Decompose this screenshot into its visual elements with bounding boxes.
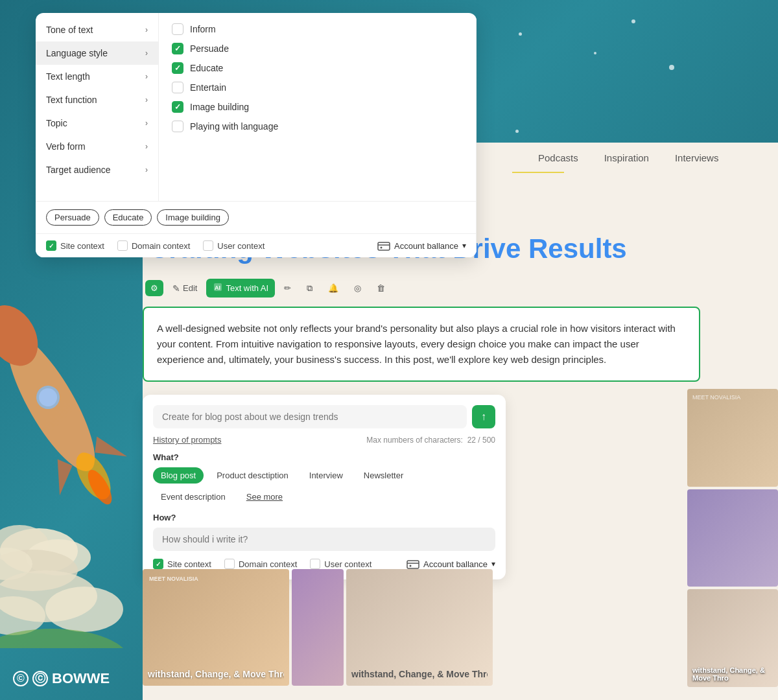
chevron-right-icon: › xyxy=(145,142,148,151)
eye-icon: ◎ xyxy=(354,283,361,293)
option-educate[interactable]: Educate xyxy=(172,62,464,74)
chevron-right-icon: › xyxy=(145,119,148,128)
context-checkbox-site[interactable] xyxy=(46,240,56,251)
what-label: What? xyxy=(153,452,495,462)
dropdown-options-content: Inform Persuade Educate Entertain Image … xyxy=(159,13,477,201)
sidebar-item-text-length[interactable]: Text length › xyxy=(36,65,158,88)
option-playing-with-language[interactable]: Playing with language xyxy=(172,121,464,132)
star-decoration xyxy=(631,19,635,23)
checkbox-playing-with-language[interactable] xyxy=(172,121,183,132)
ai-prompt-input[interactable] xyxy=(153,405,467,428)
trash-button[interactable]: 🗑 xyxy=(370,280,392,296)
ai-context-checkbox-site[interactable] xyxy=(153,559,163,569)
ai-context-checkbox-domain[interactable] xyxy=(224,559,235,569)
svg-point-22 xyxy=(409,565,411,567)
sidebar-item-target-audience[interactable]: Target audience › xyxy=(36,158,158,181)
star-decoration xyxy=(669,65,674,70)
ai-context-user[interactable]: User context xyxy=(310,559,371,569)
text-ai-button[interactable]: AI Text with AI xyxy=(206,279,275,298)
bottom-img-title-1: withstand, Change, & Move Thro xyxy=(148,669,284,679)
copy-icon: ⧉ xyxy=(307,283,312,294)
bottom-image-1: MEET NOVALISIA withstand, Change, & Move… xyxy=(143,569,289,686)
option-inform[interactable]: Inform xyxy=(172,23,464,35)
text-content-box: A well-designed website not only reflect… xyxy=(143,307,700,382)
ai-context-site[interactable]: Site context xyxy=(153,559,211,569)
bottom-img-title-3: withstand, Change, & Move Thro xyxy=(351,669,488,679)
tag-image-building[interactable]: Image building xyxy=(157,209,229,226)
bell-button[interactable]: 🔔 xyxy=(322,280,345,296)
edit-button[interactable]: ✎ Edit xyxy=(166,280,204,297)
option-newsletter[interactable]: Newsletter xyxy=(356,467,411,484)
checkbox-entertain[interactable] xyxy=(172,82,183,93)
chevron-right-icon: › xyxy=(145,165,148,174)
copy-button[interactable]: ⧉ xyxy=(300,280,319,297)
context-domain[interactable]: Domain context xyxy=(117,240,190,251)
page-content: Crafting Websites That Drive Results ⚙ ✎… xyxy=(143,233,700,579)
nav-item-podcasts[interactable]: Podcasts xyxy=(538,152,578,163)
what-options: Blog post Product desctiption Interview … xyxy=(153,467,495,505)
checkbox-persuade[interactable] xyxy=(172,43,183,54)
bowwe-logo: © ⓒ BOWWE xyxy=(13,670,110,687)
send-icon: ↑ xyxy=(481,411,486,423)
star-decoration xyxy=(515,130,519,133)
context-user[interactable]: User context xyxy=(203,240,265,251)
toolbar: ⚙ ✎ Edit AI Text with AI ✏ ⧉ 🔔 ◎ xyxy=(143,275,700,301)
context-checkbox-user[interactable] xyxy=(203,240,213,251)
history-row: History of prompts Max numbers of charac… xyxy=(153,435,495,445)
eye-button[interactable]: ◎ xyxy=(348,280,368,296)
side-image-1: MEET NOVALISIA withstand, Change, & Move… xyxy=(687,389,778,487)
dropdown-panel: Tone of text › Language style › Text len… xyxy=(36,13,477,257)
option-persuade[interactable]: Persuade xyxy=(172,43,464,54)
option-product-desc[interactable]: Product desctiption xyxy=(209,467,296,484)
context-checkbox-domain[interactable] xyxy=(117,240,128,251)
chevron-down-icon: ▾ xyxy=(462,241,466,250)
account-balance-icon xyxy=(377,240,390,251)
how-label: How? xyxy=(153,513,495,522)
svg-text:AI: AI xyxy=(215,285,220,291)
option-image-building[interactable]: Image building xyxy=(172,101,464,113)
option-see-more[interactable]: See more xyxy=(239,489,290,505)
side-image-2: withstand, Change, & Move Thro xyxy=(687,489,778,587)
nav-item-interviews[interactable]: Interviews xyxy=(675,152,719,163)
star-decoration xyxy=(594,52,596,54)
brush-button[interactable]: ✏ xyxy=(277,280,298,296)
ai-send-button[interactable]: ↑ xyxy=(472,405,495,428)
checkbox-inform[interactable] xyxy=(172,23,183,35)
chevron-right-icon: › xyxy=(145,72,148,81)
slide-text-2: withstand, Change, & Move Thro xyxy=(692,666,773,682)
meet-text: MEET NOVALISIA xyxy=(692,394,740,401)
context-site[interactable]: Site context xyxy=(46,240,104,251)
checkbox-educate[interactable] xyxy=(172,62,183,74)
trash-icon: 🗑 xyxy=(377,283,385,293)
ai-context-row: Site context Domain context User context… xyxy=(153,559,495,569)
option-interview[interactable]: Interview xyxy=(301,467,351,484)
how-input[interactable] xyxy=(153,528,495,551)
sidebar-item-tone[interactable]: Tone of text › xyxy=(36,18,158,41)
ai-account-balance-icon xyxy=(407,559,419,569)
ai-context-domain[interactable]: Domain context xyxy=(224,559,297,569)
tag-persuade[interactable]: Persuade xyxy=(46,209,99,226)
ai-chevron-down-icon: ▾ xyxy=(491,559,495,568)
context-row: Site context Domain context User context… xyxy=(36,234,477,257)
ai-context-checkbox-user[interactable] xyxy=(310,559,320,569)
bottom-image-2 xyxy=(292,569,344,686)
tag-educate[interactable]: Educate xyxy=(104,209,152,226)
settings-button[interactable]: ⚙ xyxy=(145,280,163,296)
bottom-img-meet-text: MEET NOVALISIA xyxy=(149,576,198,582)
chevron-right-icon: › xyxy=(145,49,148,58)
ai-icon: AI xyxy=(213,282,223,294)
option-blog-post[interactable]: Blog post xyxy=(153,467,204,484)
sidebar-item-language-style[interactable]: Language style › xyxy=(36,41,158,65)
history-link[interactable]: History of prompts xyxy=(153,435,221,445)
option-event-desc[interactable]: Event description xyxy=(153,489,233,505)
sidebar-item-topic[interactable]: Topic › xyxy=(36,111,158,135)
account-balance[interactable]: Account ballance ▾ xyxy=(377,240,466,251)
bowwe-text: BOWWE xyxy=(52,670,110,687)
ai-account-balance[interactable]: Account ballance ▾ xyxy=(407,559,495,569)
sidebar-item-verb-form[interactable]: Verb form › xyxy=(36,135,158,158)
sidebar-item-text-function[interactable]: Text function › xyxy=(36,88,158,111)
option-entertain[interactable]: Entertain xyxy=(172,82,464,93)
svg-point-18 xyxy=(380,247,382,249)
checkbox-image-building[interactable] xyxy=(172,101,183,113)
nav-item-inspiration[interactable]: Inspiration xyxy=(604,152,649,163)
